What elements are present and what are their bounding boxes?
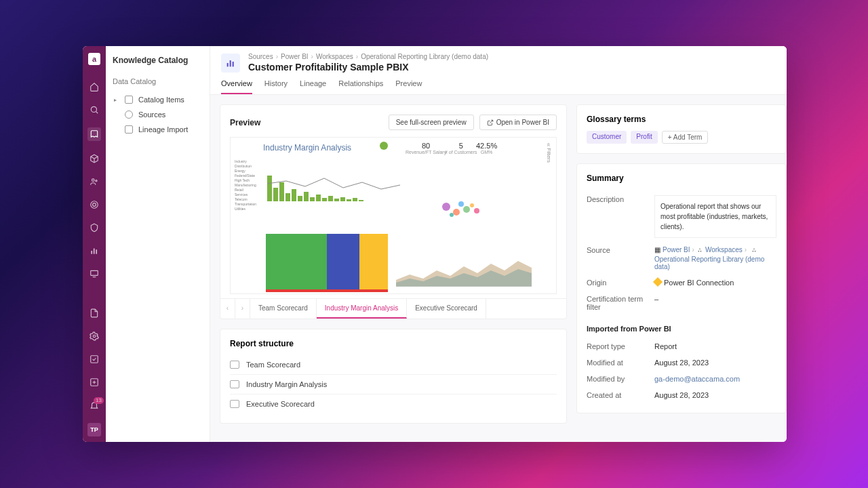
tab-preview[interactable]: Preview (395, 79, 422, 94)
modified-at-label: Modified at (587, 359, 654, 367)
svg-rect-16 (227, 63, 229, 66)
nav-label: Lineage Import (138, 125, 188, 134)
svg-point-5 (93, 203, 96, 207)
kpi-gm: 42.5%GM% (476, 142, 497, 155)
description-field[interactable]: Operational report that shows our most p… (654, 195, 776, 238)
report-type-value: Report (654, 342, 677, 350)
report-preview[interactable]: Industry Margin Analysis 80Revenue/FT Sa… (230, 137, 557, 294)
src-powerbi[interactable]: Power BI (663, 246, 690, 253)
preview-card: Preview See full-screen preview Open in … (220, 104, 567, 319)
tab-lineage[interactable]: Lineage (300, 79, 326, 94)
content: Preview See full-screen preview Open in … (210, 95, 787, 442)
svg-rect-7 (94, 249, 95, 254)
crumb-library[interactable]: Operational Reporting Library (demo data… (361, 53, 488, 60)
tab-relationships[interactable]: Relationships (338, 79, 383, 94)
svg-line-19 (490, 120, 493, 123)
catalog-icon[interactable] (87, 127, 101, 141)
subtab-next[interactable]: › (235, 299, 250, 319)
subtab-executive[interactable]: Executive Scorecard (407, 299, 486, 319)
svg-point-4 (91, 201, 98, 209)
svg-rect-18 (233, 62, 234, 66)
open-powerbi-button[interactable]: Open in Power BI (479, 115, 557, 130)
home-icon[interactable] (89, 81, 100, 92)
src-workspaces[interactable]: Workspaces (705, 246, 743, 253)
target-icon[interactable] (89, 199, 100, 210)
crumb-workspaces[interactable]: Workspaces (316, 53, 353, 60)
preview-title: Preview (230, 118, 260, 127)
src-library[interactable]: Operational Reporting Library (demo data… (654, 256, 776, 270)
svg-point-25 (474, 208, 479, 214)
file-icon[interactable] (89, 308, 100, 319)
origin-label: Origin (587, 279, 654, 287)
tab-overview[interactable]: Overview (221, 79, 252, 94)
shield-icon[interactable] (89, 222, 100, 233)
rs-industry[interactable]: Industry Margin Analysis (230, 374, 557, 394)
svg-rect-17 (230, 60, 231, 66)
rs-team[interactable]: Team Scorecard (230, 355, 557, 374)
glossary-title: Glossary terms (587, 115, 776, 124)
tabs: Overview History Lineage Relationships P… (221, 79, 776, 94)
nav-lineage-import[interactable]: Lineage Import (113, 122, 203, 137)
user-avatar[interactable]: TP (87, 423, 101, 436)
bell-icon[interactable] (89, 400, 100, 411)
nav-rail: a TP (83, 46, 106, 442)
kpi-revenue: 80Revenue/FT Salary (406, 142, 446, 155)
subtab-industry[interactable]: Industry Margin Analysis (317, 299, 407, 319)
tab-history[interactable]: History (264, 79, 288, 94)
app-logo[interactable]: a (88, 53, 100, 65)
section-label: Data Catalog (113, 77, 203, 85)
created-at-value: August 28, 2023 (654, 391, 709, 399)
stacked-chart (266, 234, 388, 291)
imported-title: Imported from Power BI (587, 325, 776, 333)
subtab-prev[interactable]: ‹ (220, 299, 235, 319)
report-structure-card: Report structure Team Scorecard Industry… (220, 329, 567, 424)
created-at-label: Created at (587, 391, 654, 399)
subtab-team[interactable]: Team Scorecard (250, 299, 317, 319)
check-icon[interactable] (89, 354, 100, 365)
rs-executive[interactable]: Executive Scorecard (230, 394, 557, 413)
gear-icon[interactable] (89, 331, 100, 342)
header: Sources› Power BI› Workspaces› Operation… (210, 46, 787, 95)
plus-icon[interactable] (89, 377, 100, 388)
filters-toggle[interactable]: « Filters (542, 140, 555, 165)
rs-label: Executive Scorecard (246, 400, 315, 408)
cube-icon[interactable] (89, 153, 100, 164)
db-icon: ▦ (654, 246, 660, 253)
fullscreen-button[interactable]: See full-screen preview (389, 115, 474, 130)
term-profit[interactable]: Profit (631, 131, 657, 144)
scatter-chart (419, 192, 528, 219)
side-panel: Knowledge Catalog Data Catalog ▸Catalog … (106, 46, 210, 442)
monitor-icon[interactable] (89, 268, 100, 279)
kpi-customers: 5# of Customers (445, 142, 477, 155)
svg-rect-9 (91, 270, 98, 275)
breadcrumb: Sources› Power BI› Workspaces› Operation… (248, 53, 488, 60)
term-customer[interactable]: Customer (587, 131, 627, 144)
svg-point-23 (463, 206, 470, 213)
main-area: Sources› Power BI› Workspaces› Operation… (210, 46, 787, 442)
folder-icon (230, 400, 239, 408)
svg-point-2 (92, 179, 95, 182)
users-icon[interactable] (89, 176, 100, 187)
svg-rect-6 (91, 251, 92, 254)
nav-sources[interactable]: Sources (113, 107, 203, 122)
page-title: Customer Profitability Sample PBIX (248, 62, 488, 73)
svg-point-3 (96, 180, 97, 182)
crumb-sources[interactable]: Sources (248, 53, 273, 60)
add-term-button[interactable]: + Add Term (662, 131, 709, 144)
summary-title: Summary (587, 174, 776, 183)
nav-catalog-items[interactable]: ▸Catalog Items (113, 92, 203, 107)
search-icon[interactable] (89, 104, 100, 115)
crumb-powerbi[interactable]: Power BI (281, 53, 309, 60)
modified-by-value: ga-demo@ataccama.com (654, 375, 740, 383)
svg-point-26 (450, 213, 454, 217)
powerbi-icon (653, 277, 663, 287)
category-labels: IndustryDistributionEnergyFederal/StateH… (235, 159, 256, 211)
cert-label: Certification term filter (587, 295, 654, 311)
modified-by-link[interactable]: ga-demo@ataccama.com (654, 375, 740, 383)
report-type-label: Report type (587, 342, 654, 350)
summary-card: Summary Description Operational report t… (576, 163, 787, 413)
svg-point-0 (91, 106, 96, 112)
chart-icon[interactable] (89, 245, 100, 256)
svg-point-20 (442, 203, 450, 211)
glossary-card: Glossary terms Customer Profit + Add Ter… (576, 104, 787, 154)
